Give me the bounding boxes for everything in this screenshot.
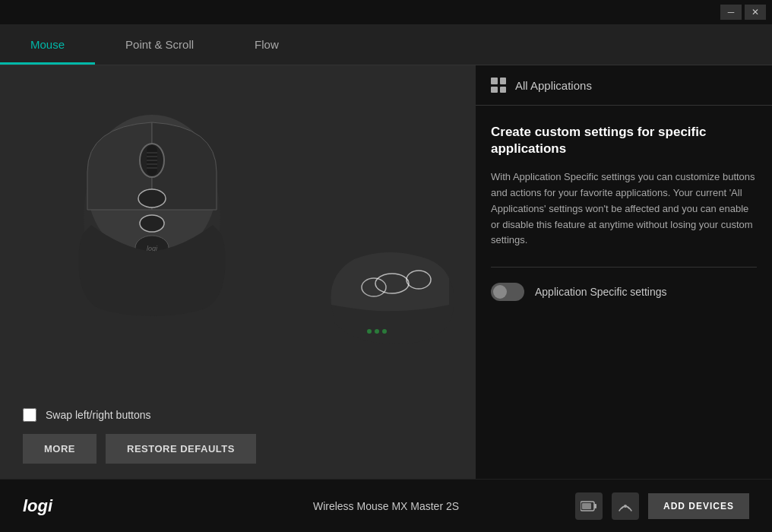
battery-icon[interactable] [575,492,603,520]
swap-checkbox-row: Swap left/right buttons [23,408,453,422]
toggle-label: Application Specific settings [535,286,667,298]
tab-mouse[interactable]: Mouse [0,24,95,65]
minimize-button[interactable]: ─ [720,5,742,20]
info-title: Create custom settings for specific appl… [491,124,757,157]
more-button[interactable]: MORE [23,434,96,464]
svg-point-18 [375,329,379,334]
restore-defaults-button[interactable]: RESTORE DEFAULTS [106,434,256,464]
svg-point-19 [382,329,387,334]
mouse-illustration-area: logi [0,65,476,396]
title-bar: ─ ✕ [0,0,772,24]
footer-right: ADD DEVICES [575,492,749,520]
info-panel: Create custom settings for specific appl… [476,106,772,479]
svg-point-10 [140,215,164,232]
wireless-icon[interactable] [612,492,639,520]
toggle-row: Application Specific settings [491,267,757,316]
footer: logi Wireless Mouse MX Master 2S ADD DEV… [0,479,772,532]
all-applications-label: All Applications [515,79,592,92]
svg-rect-21 [594,504,596,508]
mouse-side-view [316,244,468,350]
close-button[interactable]: ✕ [745,5,766,20]
bottom-controls: Swap left/right buttons MORE RESTORE DEF… [0,396,476,479]
swap-checkbox-input[interactable] [23,408,36,422]
swap-checkbox-label[interactable]: Swap left/right buttons [46,409,151,421]
device-name: Wireless Mouse MX Master 2S [313,500,459,512]
action-buttons-row: MORE RESTORE DEFAULTS [23,434,453,464]
tab-flow[interactable]: Flow [224,24,309,65]
info-body: With Application Specific settings you c… [491,169,757,249]
add-devices-button[interactable]: ADD DEVICES [648,493,749,519]
logi-logo: logi [23,496,52,516]
content-area: logi [0,65,772,479]
left-panel: logi [0,65,476,479]
svg-point-9 [138,189,166,207]
svg-point-17 [367,329,372,334]
mouse-top-view: logi [61,81,243,339]
all-applications-header: All Applications [476,65,772,106]
right-panel: All Applications Create custom settings … [476,65,772,479]
tabs-bar: Mouse Point & Scroll Flow [0,24,772,65]
app-container: Mouse Point & Scroll Flow [0,24,772,532]
tab-point-scroll[interactable]: Point & Scroll [95,24,224,65]
grid-icon [491,78,506,93]
svg-rect-22 [582,503,591,509]
app-specific-toggle[interactable] [491,283,524,301]
